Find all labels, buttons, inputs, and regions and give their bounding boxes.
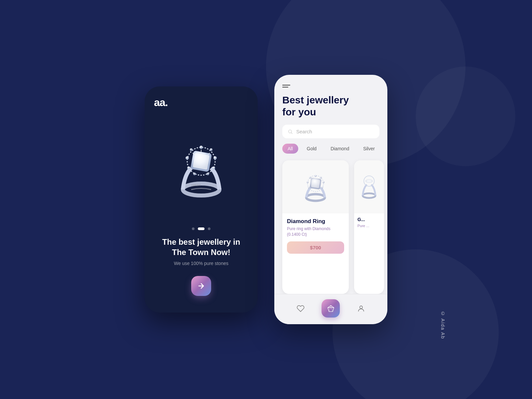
- svg-point-26: [307, 181, 309, 183]
- filter-chip-gold[interactable]: Gold: [302, 144, 322, 154]
- carousel-dots: [192, 227, 210, 230]
- dot-3[interactable]: [208, 227, 210, 230]
- search-placeholder: Search: [296, 129, 312, 134]
- hamburger-menu-icon[interactable]: [282, 85, 290, 87]
- ring-svg: HIRSH: [165, 131, 238, 204]
- svg-point-3: [210, 148, 212, 151]
- svg-point-22: [320, 177, 322, 179]
- svg-point-33: [366, 180, 372, 182]
- heart-icon: [297, 305, 305, 313]
- title-line-2: for you: [282, 106, 316, 117]
- svg-point-7: [193, 173, 196, 175]
- wishlist-nav-button[interactable]: [296, 304, 305, 313]
- product-desc-2: Pure ...: [357, 223, 381, 228]
- phone-dark: aa.: [145, 86, 258, 313]
- dark-hero-subtitle: We use 100% pure stones: [155, 261, 248, 266]
- svg-point-27: [309, 177, 311, 179]
- filter-chips-row: All Gold Diamond Silver Ste...: [274, 138, 387, 154]
- filter-chip-ste[interactable]: Ste...: [383, 144, 387, 154]
- next-button[interactable]: [191, 276, 211, 296]
- product-ring-svg-1: [296, 170, 335, 203]
- search-icon: [288, 129, 293, 134]
- svg-point-19: [306, 194, 325, 201]
- filter-chip-all[interactable]: All: [282, 144, 298, 154]
- product-ring-svg-2: [357, 172, 381, 202]
- product-card-1[interactable]: Diamond Ring Pure ring with Diamonds (0.…: [282, 160, 349, 294]
- svg-point-8: [187, 167, 190, 169]
- svg-point-6: [206, 173, 209, 175]
- svg-text:HIRSH: HIRSH: [191, 184, 201, 187]
- dark-phone-content: The best jewellery in The Town Now! We u…: [145, 237, 258, 313]
- product-name-1: Diamond Ring: [287, 218, 344, 225]
- price-button-1[interactable]: $700: [287, 241, 344, 254]
- user-icon: [357, 305, 365, 313]
- products-scroll-area: Diamond Ring Pure ring with Diamonds (0.…: [274, 154, 387, 294]
- svg-point-0: [183, 184, 219, 196]
- svg-marker-34: [328, 305, 334, 311]
- brand-logo: aa.: [154, 96, 248, 109]
- menu-line-1: [282, 85, 290, 85]
- product-name-2: G...: [357, 217, 381, 222]
- svg-point-25: [308, 187, 310, 189]
- phones-container: aa.: [145, 75, 387, 324]
- arrow-right-icon: [197, 282, 205, 290]
- svg-rect-12: [193, 153, 210, 170]
- phone-light: Best jewellery for you Search All Gold D…: [274, 75, 387, 324]
- svg-point-4: [213, 156, 217, 160]
- dark-hero-title: The best jewellery in The Town Now!: [155, 237, 248, 257]
- profile-nav-button[interactable]: [356, 304, 366, 313]
- svg-point-5: [212, 167, 215, 169]
- dot-1[interactable]: [192, 227, 195, 230]
- diamond-icon: [327, 305, 334, 312]
- svg-point-2: [200, 146, 203, 149]
- svg-point-30: [363, 193, 376, 198]
- product-info-2: G... Pure ...: [354, 213, 384, 236]
- home-nav-button[interactable]: [322, 299, 340, 318]
- title-line-1: Best jewellery: [282, 94, 349, 105]
- watermark: © Aida Ab: [440, 311, 446, 339]
- product-desc-1: Pure ring with Diamonds (0.1400 Ct): [287, 226, 344, 237]
- ring-image-area: HIRSH: [145, 109, 258, 227]
- product-card-2[interactable]: G... Pure ...: [354, 160, 384, 294]
- svg-point-38: [360, 306, 362, 309]
- product-image-1: [282, 160, 349, 213]
- svg-point-23: [323, 181, 325, 183]
- bg-decoration-3: [416, 66, 515, 166]
- svg-point-10: [190, 148, 193, 151]
- light-phone-header: Best jewellery for you: [274, 75, 387, 118]
- svg-line-18: [291, 133, 292, 134]
- filter-chip-diamond[interactable]: Diamond: [325, 144, 354, 154]
- svg-point-21: [315, 175, 317, 177]
- light-hero-title: Best jewellery for you: [282, 94, 379, 118]
- svg-rect-29: [311, 179, 320, 188]
- ring-visual: HIRSH: [165, 131, 238, 204]
- product-image-2: [354, 160, 384, 213]
- filter-chip-silver[interactable]: Silver: [358, 144, 380, 154]
- dark-phone-header: aa.: [145, 86, 258, 109]
- svg-point-24: [321, 187, 323, 189]
- search-bar[interactable]: Search: [282, 125, 379, 138]
- product-info-1: Diamond Ring Pure ring with Diamonds (0.…: [282, 213, 349, 258]
- menu-line-2: [282, 87, 288, 87]
- dot-2[interactable]: [198, 227, 204, 230]
- svg-point-9: [186, 156, 189, 160]
- bottom-navigation: [274, 294, 387, 324]
